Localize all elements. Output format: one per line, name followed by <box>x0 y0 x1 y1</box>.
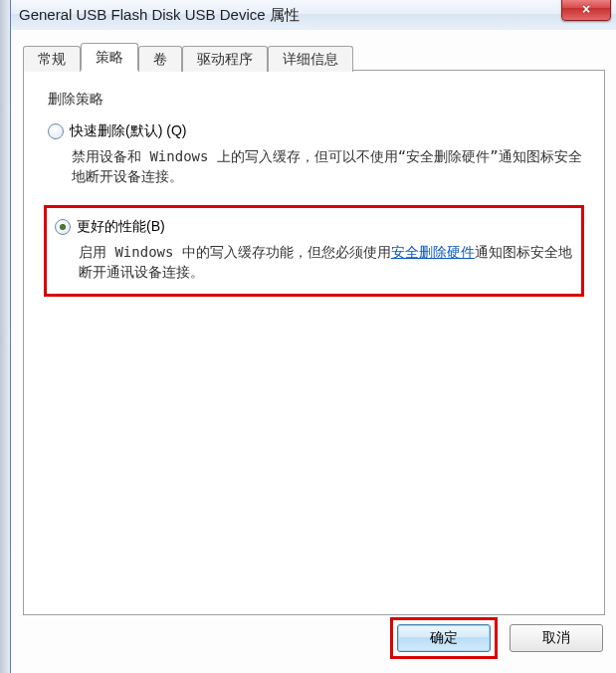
desc-text-pre: 启用 Windows 中的写入缓存功能，但您必须使用 <box>79 244 391 260</box>
properties-dialog: General USB Flash Disk USB Device 属性 × 常… <box>10 0 616 673</box>
client-area: 常规 策略 卷 驱动程序 详细信息 删除策略 快速删除(默认) (Q) 禁用设备… <box>11 30 616 673</box>
tab-strip: 常规 策略 卷 驱动程序 详细信息 <box>23 46 605 71</box>
tab-panel-policies: 删除策略 快速删除(默认) (Q) 禁用设备和 Windows 上的写入缓存，但… <box>23 70 605 615</box>
group-title: 删除策略 <box>44 91 107 109</box>
close-icon: × <box>582 1 590 17</box>
tab-driver[interactable]: 驱动程序 <box>182 46 268 72</box>
title-bar[interactable]: General USB Flash Disk USB Device 属性 × <box>11 0 616 31</box>
highlight-ok-button: 确定 <box>390 617 498 659</box>
radio-label-quick-removal: 快速删除(默认) (Q) <box>70 122 186 140</box>
tab-general[interactable]: 常规 <box>23 46 81 72</box>
tab-control: 常规 策略 卷 驱动程序 详细信息 删除策略 快速删除(默认) (Q) 禁用设备… <box>23 46 605 615</box>
removal-policy-group: 删除策略 快速删除(默认) (Q) 禁用设备和 Windows 上的写入缓存，但… <box>44 91 584 594</box>
tab-details[interactable]: 详细信息 <box>268 46 353 72</box>
radio-icon[interactable] <box>55 219 71 235</box>
radio-icon[interactable] <box>48 123 64 139</box>
radio-label-better-performance: 更好的性能(B) <box>77 218 165 236</box>
tab-volumes[interactable]: 卷 <box>138 46 182 72</box>
option-desc-better-performance: 启用 Windows 中的写入缓存功能，但您必须使用安全删除硬件通知图标安全地断… <box>79 242 573 283</box>
link-safely-remove-hardware[interactable]: 安全删除硬件 <box>391 244 475 260</box>
tab-policies[interactable]: 策略 <box>81 43 138 71</box>
radio-row-quick-removal[interactable]: 快速删除(默认) (Q) <box>48 122 584 140</box>
option-desc-quick-removal: 禁用设备和 Windows 上的写入缓存，但可以不使用“安全删除硬件”通知图标安… <box>72 146 584 187</box>
option-quick-removal: 快速删除(默认) (Q) 禁用设备和 Windows 上的写入缓存，但可以不使用… <box>44 122 584 187</box>
close-button[interactable]: × <box>561 0 611 21</box>
window-frame-edge <box>0 0 10 673</box>
cancel-button[interactable]: 取消 <box>510 624 603 652</box>
window-title: General USB Flash Disk USB Device 属性 <box>19 6 300 25</box>
highlight-selected-option: 更好的性能(B) 启用 Windows 中的写入缓存功能，但您必须使用安全删除硬… <box>44 205 584 298</box>
dialog-button-row: 确定 取消 <box>390 617 603 659</box>
ok-button[interactable]: 确定 <box>397 624 491 652</box>
radio-row-better-performance[interactable]: 更好的性能(B) <box>55 218 573 236</box>
